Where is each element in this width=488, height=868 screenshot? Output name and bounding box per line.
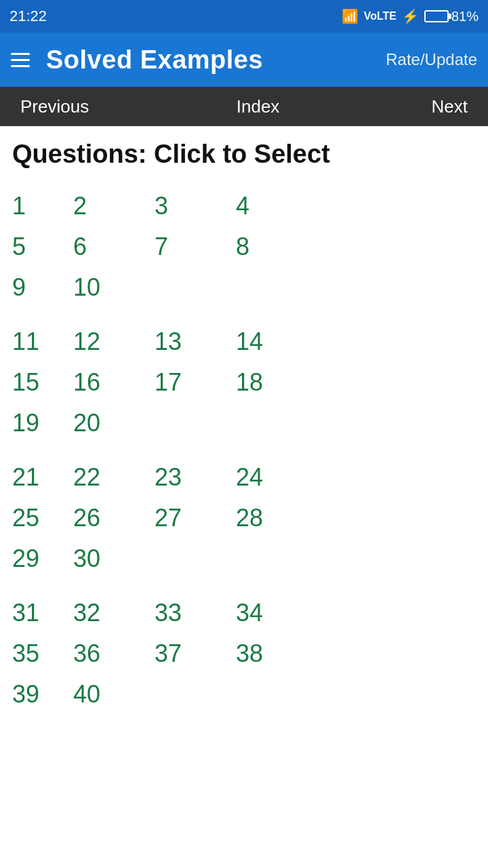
question-number-28[interactable]: 28 — [236, 501, 317, 535]
question-number-37[interactable]: 37 — [155, 637, 236, 671]
question-group-4: 31323334353637383940 — [12, 596, 476, 711]
main-content: Questions: Click to Select 1234567891011… — [0, 126, 488, 752]
question-number-11[interactable]: 11 — [12, 325, 73, 359]
battery-icon: 81% — [424, 9, 479, 24]
question-groups: 1234567891011121314151617181920212223242… — [12, 189, 476, 711]
question-number-25[interactable]: 25 — [12, 501, 73, 535]
app-title: Solved Examples — [46, 45, 386, 75]
question-number-9[interactable]: 9 — [12, 271, 73, 304]
question-number-35[interactable]: 35 — [12, 637, 73, 671]
question-number-33[interactable]: 33 — [155, 596, 236, 630]
question-number-5[interactable]: 5 — [12, 230, 73, 264]
index-button[interactable]: Index — [230, 91, 287, 123]
question-row-1-3: 910 — [12, 271, 476, 304]
question-row-4-2: 35363738 — [12, 637, 476, 671]
question-number-18[interactable]: 18 — [236, 366, 317, 399]
question-row-2-2: 15161718 — [12, 366, 476, 399]
question-row-2-1: 11121314 — [12, 325, 476, 359]
question-number-16[interactable]: 16 — [73, 366, 155, 399]
question-number-34[interactable]: 34 — [236, 596, 317, 630]
question-number-26[interactable]: 26 — [73, 501, 155, 535]
question-number-40[interactable]: 40 — [73, 677, 155, 711]
question-number-15[interactable]: 15 — [12, 366, 73, 399]
question-number-30[interactable]: 30 — [73, 542, 155, 576]
question-row-4-1: 31323334 — [12, 596, 476, 630]
question-group-2: 11121314151617181920 — [12, 325, 476, 440]
question-row-1-2: 5678 — [12, 230, 476, 264]
question-number-7[interactable]: 7 — [155, 230, 236, 264]
question-number-4[interactable]: 4 — [236, 189, 317, 223]
network-icon: VoLTE — [364, 10, 396, 22]
question-number-39[interactable]: 39 — [12, 677, 73, 711]
question-number-38[interactable]: 38 — [236, 637, 317, 671]
status-time: 21:22 — [9, 7, 47, 25]
question-row-3-1: 21222324 — [12, 460, 476, 494]
question-row-3-2: 25262728 — [12, 501, 476, 535]
question-row-1-1: 1234 — [12, 189, 476, 223]
question-number-19[interactable]: 19 — [12, 406, 73, 440]
status-icons: 📶 VoLTE ⚡ 81% — [342, 8, 479, 24]
question-group-1: 12345678910 — [12, 189, 476, 304]
question-number-29[interactable]: 29 — [12, 542, 73, 576]
question-row-3-3: 2930 — [12, 542, 476, 576]
navigation-bar: Previous Index Next — [0, 87, 488, 126]
question-number-1[interactable]: 1 — [12, 189, 73, 223]
page-heading: Questions: Click to Select — [12, 140, 476, 169]
rate-update-button[interactable]: Rate/Update — [386, 50, 477, 69]
question-number-17[interactable]: 17 — [155, 366, 236, 399]
question-number-22[interactable]: 22 — [73, 460, 155, 494]
question-number-36[interactable]: 36 — [73, 637, 155, 671]
question-number-6[interactable]: 6 — [73, 230, 155, 264]
question-row-2-3: 1920 — [12, 406, 476, 440]
question-number-27[interactable]: 27 — [155, 501, 236, 535]
question-number-13[interactable]: 13 — [155, 325, 236, 359]
question-number-20[interactable]: 20 — [73, 406, 155, 440]
status-bar: 21:22 📶 VoLTE ⚡ 81% — [0, 0, 488, 33]
question-number-3[interactable]: 3 — [155, 189, 236, 223]
question-row-4-3: 3940 — [12, 677, 476, 711]
question-group-3: 21222324252627282930 — [12, 460, 476, 576]
question-number-2[interactable]: 2 — [73, 189, 155, 223]
question-number-10[interactable]: 10 — [73, 271, 155, 304]
question-number-21[interactable]: 21 — [12, 460, 73, 494]
question-number-24[interactable]: 24 — [236, 460, 317, 494]
charging-icon: ⚡ — [402, 8, 419, 24]
next-button[interactable]: Next — [420, 91, 474, 123]
menu-icon[interactable] — [11, 53, 30, 67]
question-number-8[interactable]: 8 — [236, 230, 317, 264]
question-number-31[interactable]: 31 — [12, 596, 73, 630]
question-number-23[interactable]: 23 — [155, 460, 236, 494]
question-number-14[interactable]: 14 — [236, 325, 317, 359]
question-number-32[interactable]: 32 — [73, 596, 155, 630]
question-number-12[interactable]: 12 — [73, 325, 155, 359]
signal-icon: 📶 — [342, 8, 359, 24]
previous-button[interactable]: Previous — [14, 91, 96, 123]
app-bar: Solved Examples Rate/Update — [0, 33, 488, 87]
